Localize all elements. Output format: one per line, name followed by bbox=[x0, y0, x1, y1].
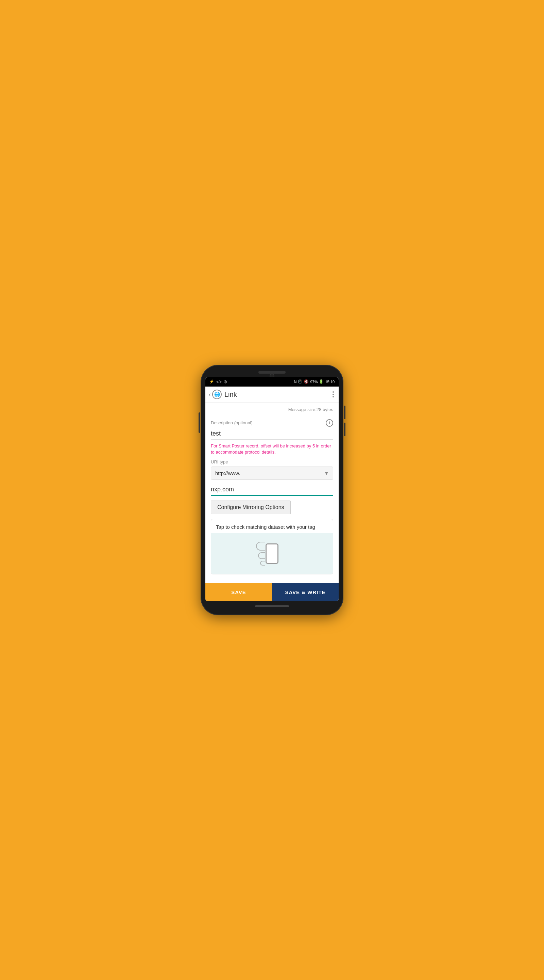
dot-3 bbox=[333, 396, 334, 398]
phone-screen: ⚡ </> ◎ N 📳 🔇 97% 🔋 15:10 ‹ 🌐 Link bbox=[205, 377, 339, 601]
uri-type-dropdown[interactable]: http://www. ▼ bbox=[211, 466, 333, 480]
content-area: Message size:28 bytes Description (optio… bbox=[205, 403, 339, 583]
nfc-waves bbox=[256, 542, 265, 566]
more-menu-button[interactable] bbox=[331, 390, 335, 399]
wave-mid bbox=[258, 552, 265, 559]
save-button[interactable]: SAVE bbox=[205, 583, 272, 601]
mute-icon: 🔇 bbox=[304, 379, 309, 384]
power-button[interactable] bbox=[198, 412, 200, 433]
chevron-down-icon: ▼ bbox=[324, 471, 329, 476]
status-left-icons: ⚡ </> ◎ bbox=[209, 379, 227, 384]
wave-inner bbox=[260, 561, 265, 566]
url-input-container bbox=[211, 484, 333, 496]
description-label: Description (optional) i bbox=[211, 419, 333, 427]
nfc-icon: N bbox=[294, 380, 297, 384]
description-input[interactable] bbox=[211, 428, 333, 440]
phone-frame: ⚡ </> ◎ N 📳 🔇 97% 🔋 15:10 ‹ 🌐 Link bbox=[201, 365, 343, 615]
back-button[interactable]: ‹ bbox=[209, 391, 211, 398]
divider-1 bbox=[211, 415, 333, 415]
tap-check-card[interactable]: Tap to check matching dataset with your … bbox=[211, 519, 333, 574]
tap-check-text: Tap to check matching dataset with your … bbox=[211, 519, 333, 533]
speaker-grille bbox=[259, 371, 285, 374]
camera-icon: ◎ bbox=[224, 379, 227, 384]
uri-type-label: URI type bbox=[211, 460, 333, 465]
app-title: Link bbox=[224, 391, 331, 398]
battery-icon: 🔋 bbox=[319, 379, 324, 384]
save-write-button[interactable]: SAVE & WRITE bbox=[272, 583, 339, 601]
tap-check-image bbox=[211, 533, 333, 574]
wave-outer bbox=[256, 542, 265, 550]
status-bar: ⚡ </> ◎ N 📳 🔇 97% 🔋 15:10 bbox=[205, 377, 339, 387]
configure-mirroring-button[interactable]: Configure Mirroring Options bbox=[211, 501, 291, 514]
info-icon-button[interactable]: i bbox=[326, 419, 333, 427]
url-input[interactable] bbox=[211, 484, 333, 495]
uri-type-value: http://www. bbox=[215, 470, 240, 476]
home-bar bbox=[255, 605, 289, 607]
nfc-tap-icon bbox=[266, 543, 278, 564]
warning-message: For Smart Poster record, offset will be … bbox=[211, 443, 333, 455]
phone-bottom-decoration bbox=[205, 605, 339, 607]
status-right-icons: N 📳 🔇 97% 🔋 15:10 bbox=[294, 379, 335, 384]
usb-icon: ⚡ bbox=[209, 379, 214, 384]
volume-up-button[interactable] bbox=[344, 406, 346, 419]
code-icon: </> bbox=[216, 380, 222, 384]
phone-illustration bbox=[266, 543, 278, 564]
description-label-text: Description (optional) bbox=[211, 420, 253, 425]
vibrate-icon: 📳 bbox=[298, 379, 303, 384]
phone-top-decoration bbox=[205, 371, 339, 374]
app-bar: ‹ 🌐 Link bbox=[205, 387, 339, 403]
dot-1 bbox=[333, 391, 334, 393]
volume-down-button[interactable] bbox=[344, 423, 346, 436]
clock: 15:10 bbox=[325, 380, 335, 384]
bottom-action-buttons: SAVE SAVE & WRITE bbox=[205, 583, 339, 601]
message-size-label: Message size:28 bytes bbox=[211, 407, 333, 412]
battery-percentage: 97% bbox=[310, 380, 317, 384]
dot-2 bbox=[333, 394, 334, 395]
globe-icon: 🌐 bbox=[212, 390, 222, 399]
